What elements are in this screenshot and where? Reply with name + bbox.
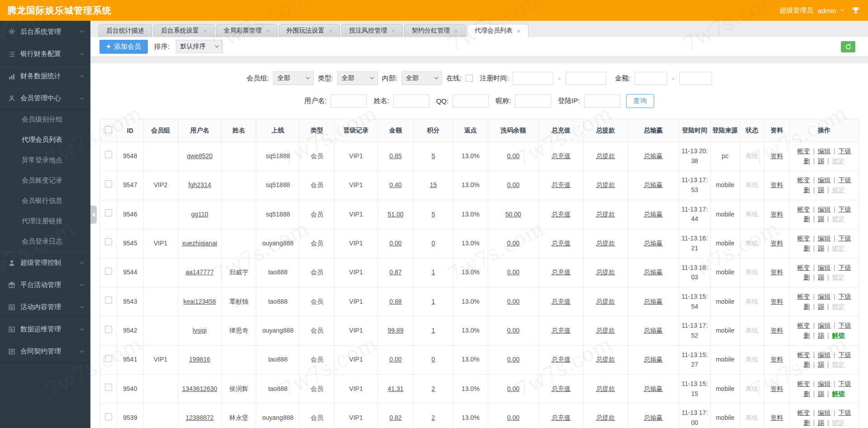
profile-link[interactable]: 资料 — [770, 268, 783, 276]
ip-input[interactable] — [584, 94, 620, 108]
profile-link[interactable]: 资料 — [770, 414, 783, 421]
sidebar-item-平台活动管理[interactable]: 平台活动管理 — [0, 274, 90, 296]
internal-select[interactable]: 全部 — [401, 71, 442, 85]
qq-input[interactable] — [453, 94, 489, 108]
total-recharge-link[interactable]: 总充值 — [552, 240, 571, 247]
tab-后台系统设置[interactable]: 后台系统设置× — [153, 24, 215, 37]
total-recharge-link[interactable]: 总充值 — [552, 152, 571, 160]
tab-外围玩法设置[interactable]: 外围玩法设置× — [279, 24, 340, 37]
profile-link[interactable]: 资料 — [770, 240, 783, 247]
op-delete-link[interactable]: 删 — [804, 361, 810, 368]
username-link[interactable]: aa147777 — [186, 268, 214, 276]
profile-link[interactable]: 资料 — [770, 385, 783, 392]
op-edit-link[interactable]: 编辑 — [818, 206, 830, 213]
sidebar-subitem-会员账变记录[interactable]: 会员账变记录 — [0, 170, 90, 191]
total-recharge-link[interactable]: 总充值 — [552, 327, 571, 334]
chevron-down-icon[interactable] — [840, 8, 844, 11]
sidebar-subitem-代理会员列表[interactable]: 代理会员列表 — [0, 130, 90, 150]
points-link[interactable]: 1 — [432, 298, 435, 305]
op-account-change-link[interactable]: 帐变 — [797, 147, 810, 155]
row-checkbox[interactable] — [105, 355, 112, 362]
close-icon[interactable]: × — [266, 28, 270, 34]
points-link[interactable]: 0 — [432, 240, 435, 247]
op-delete-link[interactable]: 删 — [804, 303, 810, 310]
points-link[interactable]: 0 — [432, 356, 435, 363]
total-recharge-link[interactable]: 总充值 — [552, 298, 571, 305]
online-checkbox[interactable] — [466, 75, 473, 82]
total-withdraw-link[interactable]: 总提款 — [596, 298, 615, 305]
tab-代理会员列表[interactable]: 代理会员列表× — [467, 24, 528, 37]
sidebar-item-活动内容管理[interactable]: 活动内容管理 — [0, 296, 90, 318]
regtime-start-input[interactable] — [513, 72, 553, 85]
total-winlose-link[interactable]: 总输赢 — [644, 152, 663, 160]
close-icon[interactable]: × — [329, 28, 333, 34]
amount-link[interactable]: 99.89 — [387, 327, 403, 334]
sidebar-subitem-会员登录日志[interactable]: 会员登录日志 — [0, 231, 90, 252]
op-subordinate-link[interactable]: 下级 — [838, 351, 851, 358]
op-account-change-link[interactable]: 帐变 — [797, 322, 810, 329]
row-checkbox[interactable] — [105, 326, 112, 333]
op-subordinate-link[interactable]: 下级 — [838, 322, 851, 329]
amount-link[interactable]: 0.00 — [389, 356, 401, 363]
op-delete-link[interactable]: 删 — [804, 245, 810, 252]
sidebar-item-数据运维管理[interactable]: 数据运维管理 — [0, 318, 90, 340]
points-link[interactable]: 1 — [432, 327, 435, 334]
total-winlose-link[interactable]: 总输赢 — [644, 181, 663, 188]
wash-balance-link[interactable]: 0.00 — [507, 181, 519, 188]
search-button[interactable]: 查询 — [626, 94, 654, 108]
username-link[interactable]: 1343612630 — [182, 385, 217, 392]
profile-link[interactable]: 资料 — [770, 298, 783, 305]
op-subordinate-link[interactable]: 下级 — [838, 380, 851, 387]
select-all-checkbox[interactable] — [105, 126, 112, 133]
amount-link[interactable]: 41.31 — [387, 385, 403, 392]
op-edit-link[interactable]: 编辑 — [818, 351, 830, 358]
op-delete-link[interactable]: 删 — [804, 390, 810, 397]
row-checkbox[interactable] — [105, 209, 112, 216]
group-select[interactable]: 全部 — [273, 71, 314, 85]
op-kick-link[interactable]: 踢 — [818, 303, 824, 310]
profile-link[interactable]: 资料 — [770, 356, 783, 363]
row-checkbox[interactable] — [105, 296, 112, 304]
op-subordinate-link[interactable]: 下级 — [838, 293, 851, 300]
row-checkbox[interactable] — [105, 413, 112, 420]
points-link[interactable]: 2 — [432, 385, 435, 392]
total-withdraw-link[interactable]: 总提款 — [596, 414, 615, 421]
sidebar-subitem-代理注册链接[interactable]: 代理注册链接 — [0, 211, 90, 231]
sidebar-item-财务数据统计[interactable]: 财务数据统计 — [0, 65, 90, 87]
type-select[interactable]: 全部 — [337, 71, 378, 85]
regtime-end-input[interactable] — [566, 72, 606, 85]
amount-link[interactable]: 0.85 — [389, 152, 401, 160]
amount-max-input[interactable] — [679, 72, 712, 85]
op-subordinate-link[interactable]: 下级 — [838, 409, 851, 416]
op-kick-link[interactable]: 踢 — [818, 157, 824, 165]
wash-balance-link[interactable]: 0.00 — [507, 327, 519, 334]
op-edit-link[interactable]: 编辑 — [818, 235, 830, 242]
username-input[interactable] — [330, 94, 367, 108]
username-link[interactable]: gg110 — [191, 211, 208, 218]
tab-投注风控管理[interactable]: 投注风控管理× — [341, 24, 403, 37]
op-kick-link[interactable]: 踢 — [818, 273, 824, 281]
sidebar-item-合同契约管理[interactable]: 合同契约管理 — [0, 340, 90, 362]
trophy-icon[interactable] — [852, 6, 860, 14]
op-edit-link[interactable]: 编辑 — [818, 293, 830, 300]
close-icon[interactable]: × — [454, 28, 458, 34]
amount-link[interactable]: 0.00 — [389, 240, 401, 247]
op-kick-link[interactable]: 踢 — [818, 390, 824, 397]
op-edit-link[interactable]: 编辑 — [818, 380, 830, 387]
op-account-change-link[interactable]: 帐变 — [797, 351, 810, 358]
points-link[interactable]: 5 — [432, 152, 435, 160]
row-checkbox[interactable] — [105, 180, 112, 188]
row-checkbox[interactable] — [105, 384, 112, 391]
total-winlose-link[interactable]: 总输赢 — [644, 268, 663, 276]
wash-balance-link[interactable]: 0.00 — [507, 152, 519, 160]
sidebar-subitem-异常登录地点[interactable]: 异常登录地点 — [0, 150, 90, 170]
wash-balance-link[interactable]: 50.00 — [505, 211, 521, 218]
total-recharge-link[interactable]: 总充值 — [552, 385, 571, 392]
total-recharge-link[interactable]: 总充值 — [552, 356, 571, 363]
total-withdraw-link[interactable]: 总提款 — [596, 327, 615, 334]
total-winlose-link[interactable]: 总输赢 — [644, 327, 663, 334]
total-withdraw-link[interactable]: 总提款 — [596, 356, 615, 363]
op-subordinate-link[interactable]: 下级 — [838, 235, 851, 242]
points-link[interactable]: 2 — [432, 414, 435, 421]
total-winlose-link[interactable]: 总输赢 — [644, 414, 663, 421]
